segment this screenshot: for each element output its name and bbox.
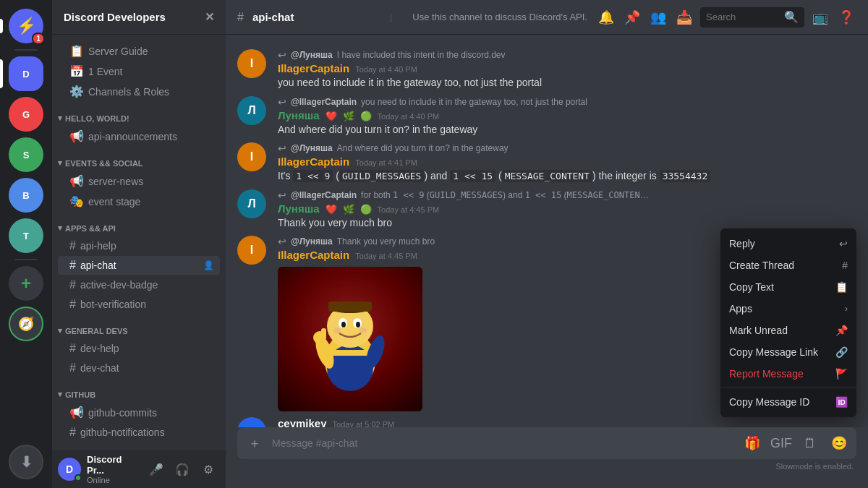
channel-item-channels-roles[interactable]: ⚙️ Channels & Roles	[58, 82, 220, 101]
user-avatar: D	[58, 458, 81, 481]
channel-item-github-commits[interactable]: 📢 github-commits	[58, 403, 220, 422]
message-time-m1: Today at 4:40 PM	[355, 65, 417, 74]
server-icon-s2[interactable]: G	[9, 97, 43, 132]
avatar-m5: I	[237, 236, 266, 265]
message-input[interactable]	[272, 437, 735, 449]
message-author-m6[interactable]: ceymikey	[278, 417, 327, 427]
reply-bar-m4: ↩ @IllagerCaptain for both 1 << 9 (GUILD…	[278, 189, 856, 201]
channel-item-api-help[interactable]: # api-help	[58, 236, 220, 255]
channel-item-active-dev-badge[interactable]: # active-dev-badge	[58, 275, 220, 294]
context-create-thread[interactable]: Create Thread #	[720, 254, 856, 276]
message-author-m3[interactable]: IllagerCaptain	[278, 155, 349, 168]
server-icon-s1[interactable]: D	[9, 56, 43, 91]
server-icon-s5[interactable]: T	[9, 218, 43, 253]
search-input[interactable]	[706, 12, 780, 22]
channel-icon-dev-help: #	[69, 342, 76, 355]
reply-author-m1[interactable]: @Луняша	[291, 50, 333, 60]
context-menu-separator	[720, 388, 856, 388]
message-author-m5[interactable]: IllagerCaptain	[278, 249, 349, 261]
reply-author-m3[interactable]: @Луняша	[291, 143, 333, 153]
context-link-label: Copy Message Link	[729, 346, 818, 358]
message-header-m4: Луняша ❤️ 🌿 🟢 Today at 4:45 PM	[278, 202, 856, 215]
context-copy-id[interactable]: Copy Message ID 🆔	[720, 391, 856, 413]
context-copy-link[interactable]: Copy Message Link 🔗	[720, 341, 856, 363]
vault-boy-svg	[292, 274, 408, 404]
server-icon-download[interactable]: ⬇	[9, 445, 43, 479]
reply-icon-m3: ↩	[278, 142, 286, 154]
channel-item-server-guide[interactable]: 📋 Server Guide	[58, 41, 220, 61]
badge-circle-m2: 🟢	[360, 111, 372, 121]
context-apps-arrow: ›	[845, 304, 848, 314]
context-id-label: Copy Message ID	[729, 396, 809, 408]
message-header-m2: Луняша ❤️ 🌿 🟢 Today at 4:40 PM	[278, 109, 856, 121]
channel-item-github-notifications[interactable]: # github-notifications	[58, 423, 220, 442]
server-header[interactable]: Discord Developers ✕	[52, 0, 226, 35]
members-icon[interactable]: 👥	[648, 7, 668, 27]
reply-author-m4[interactable]: @IllagerCaptain	[291, 190, 357, 200]
user-name: Discord Pr...	[87, 454, 139, 476]
message-author-m1[interactable]: IllagerCaptain	[278, 62, 349, 74]
context-mark-label: Mark Unread	[729, 325, 788, 336]
context-mark-unread[interactable]: Mark Unread 📌	[720, 320, 856, 341]
attach-button[interactable]: ＋	[243, 432, 266, 455]
channel-icon-roles: ⚙️	[69, 85, 84, 98]
context-reply-label: Reply	[729, 238, 755, 249]
deafen-button[interactable]: 🎧	[171, 458, 194, 481]
server-icon-discord[interactable]: ⚡ 1	[9, 9, 43, 43]
add-server-button[interactable]: +	[9, 266, 43, 301]
server-icon-explore[interactable]: 🧭	[9, 307, 43, 341]
channel-item-api-announcements[interactable]: 📢 api-announcements	[58, 127, 220, 146]
context-report-icon: 🚩	[835, 368, 848, 380]
context-copy-text[interactable]: Copy Text 📋	[720, 276, 856, 298]
category-general-devs[interactable]: ▾ GENERAL DEVS	[52, 314, 226, 338]
inbox-icon-2[interactable]: 📺	[810, 7, 830, 27]
channel-item-dev-help[interactable]: # dev-help	[58, 339, 220, 358]
emoji-button[interactable]: 😊	[827, 432, 851, 455]
message-group-m2: Л ↩ @IllagerCaptain you need to include …	[226, 93, 868, 140]
pin-icon[interactable]: 📌	[622, 7, 642, 27]
badge-circle-m4: 🟢	[360, 204, 372, 215]
svg-point-7	[356, 322, 360, 328]
settings-button[interactable]: ⚙	[197, 458, 220, 481]
message-text-m3: It's 1 << 9 (GUILD_MESSAGES) and 1 << 15…	[278, 169, 856, 184]
channel-icon-guide: 📋	[69, 44, 84, 58]
channel-item-server-news[interactable]: 📢 server-news	[58, 171, 220, 191]
help-icon[interactable]: ❓	[836, 7, 856, 27]
mute-button[interactable]: 🎤	[145, 458, 168, 481]
boost-icon[interactable]: 🔔	[596, 7, 616, 27]
svg-point-6	[341, 322, 346, 328]
context-menu: Reply ↩ Create Thread # Copy Text 📋 Apps…	[720, 228, 856, 417]
sticker-button[interactable]: 🗒	[799, 432, 822, 455]
category-hello-world[interactable]: ▾ HELLO, WORLD!	[52, 102, 226, 126]
channel-item-bot-verification[interactable]: # bot-verification	[58, 295, 220, 314]
chat-channel-icon: #	[237, 11, 244, 24]
reply-author-m5[interactable]: @Луняша	[291, 236, 333, 247]
avatar-m1: I	[237, 49, 266, 78]
category-github[interactable]: ▾ GITHUB	[52, 378, 226, 402]
channel-item-event-stage[interactable]: 🎭 event stage	[58, 192, 220, 211]
context-reply[interactable]: Reply ↩	[720, 233, 856, 254]
message-author-m4[interactable]: Луняша	[278, 202, 320, 215]
inbox-icon[interactable]: 📥	[674, 7, 694, 27]
reply-text-m3: And where did you turn it on? in the gat…	[337, 143, 509, 153]
message-group-m4: Л ↩ @IllagerCaptain for both 1 << 9 (GUI…	[226, 187, 868, 234]
message-time-m2: Today at 4:40 PM	[378, 112, 440, 121]
reply-icon-m5: ↩	[278, 236, 286, 247]
category-apps-api[interactable]: ▾ APPS && API	[52, 212, 226, 236]
category-events-social[interactable]: ▾ EVENTS && SOCIAL	[52, 147, 226, 171]
context-mark-icon: 📌	[835, 325, 848, 336]
gift-button[interactable]: 🎁	[741, 432, 764, 455]
gif-button[interactable]: GIF	[770, 432, 793, 455]
message-author-m2[interactable]: Луняша	[278, 109, 320, 121]
category-archive[interactable]: ▾ SERVER REFRESH ARCHIVE	[52, 442, 226, 450]
channel-item-dev-chat[interactable]: # dev-chat	[58, 359, 220, 377]
channel-item-api-chat[interactable]: # api-chat 👤	[58, 256, 220, 275]
reply-author-m2[interactable]: @IllagerCaptain	[291, 97, 357, 107]
search-box[interactable]: 🔍	[700, 7, 804, 27]
server-icon-s3[interactable]: S	[9, 137, 43, 172]
server-icon-s4[interactable]: B	[9, 178, 43, 213]
context-apps[interactable]: Apps ›	[720, 298, 856, 320]
context-report[interactable]: Report Message 🚩	[720, 363, 856, 385]
server-header-chevron: ✕	[205, 10, 214, 24]
channel-item-events[interactable]: 📅 1 Event	[58, 61, 220, 81]
